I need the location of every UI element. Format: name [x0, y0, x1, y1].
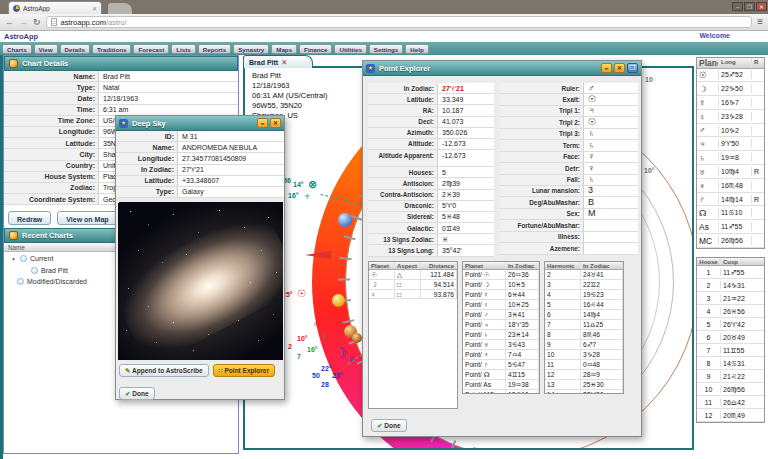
planet-marker[interactable] — [332, 294, 345, 307]
chart-node-icon — [17, 278, 24, 285]
distance-value: 94.514 — [421, 280, 457, 289]
planet-marker[interactable] — [352, 333, 362, 343]
welcome-link[interactable]: Welcome — [699, 32, 730, 39]
window-close-button[interactable]: ✕ — [756, 2, 767, 11]
detail-label: Date: — [4, 93, 99, 103]
menu-item[interactable]: Details — [60, 44, 90, 54]
menu-item[interactable]: Utilities — [334, 44, 366, 54]
window-maximize-button[interactable]: ❐ — [744, 2, 755, 11]
table-row: ☉ 25♐52 — [697, 69, 764, 83]
detail-value: 10.187 — [438, 105, 494, 115]
table-row: 9 21♌22 — [697, 370, 764, 383]
col-in-zodiac: In Zodiac — [581, 262, 623, 269]
done-button[interactable]: ✔ Done — [371, 419, 407, 432]
view-on-map-button[interactable]: View on Map — [57, 211, 117, 225]
window-minimize-button[interactable]: – — [732, 2, 743, 11]
detail-value: ♄ — [584, 140, 638, 150]
dialog-minimize-button[interactable]: – — [601, 63, 612, 73]
redraw-button[interactable]: Redraw — [8, 211, 51, 225]
url-bar[interactable]: astroapp.com/astro/ — [46, 16, 753, 28]
menu-item[interactable]: Reports — [198, 44, 231, 54]
aspect-table-header: Planet Aspect Distance — [369, 262, 457, 270]
chart-info-line: 96W55, 35N20 — [252, 101, 327, 111]
browser-tab[interactable]: AstroApp ✕ — [8, 1, 102, 14]
dialog-minimize-button[interactable]: – — [257, 118, 268, 128]
dialog-close-button[interactable]: ✕ — [614, 63, 625, 73]
zodiac-position: 19♋23 — [581, 290, 623, 299]
deep-sky-buttons: ✎ Append to AstroScribe ∷ Point Explorer — [119, 364, 275, 377]
midpoint-rows: Point/ ☉ 26♒36 Point/ ☽ 10♓5 Point/ ☿ 6♓… — [463, 270, 539, 394]
menu-item[interactable]: Forecast — [133, 44, 169, 54]
detail-value: 33.349 — [438, 94, 494, 104]
zodiac-position: 3♋43 — [506, 340, 539, 349]
new-tab-button[interactable] — [108, 3, 132, 14]
detail-value: 350.026 — [438, 128, 494, 138]
zodiac-position: 22♈50 — [581, 390, 623, 394]
tab-close-icon[interactable]: ✕ — [92, 5, 97, 12]
detail-value: ♄ — [584, 129, 638, 139]
browser-menu-icon[interactable]: ≡ — [757, 17, 763, 27]
done-button[interactable]: ✔ Done — [119, 387, 155, 400]
planet-glyph: ♇ — [697, 194, 719, 204]
menu-item[interactable]: Charts — [2, 44, 32, 54]
chart-details-header[interactable]: Chart Details — [4, 56, 238, 71]
dialog-close-button[interactable]: ✕ — [270, 118, 281, 128]
back-button[interactable]: ← — [5, 18, 14, 27]
point-explorer-titlebar[interactable]: ★ Point Explorer – ✕ ❐ — [363, 61, 641, 76]
menu-item[interactable]: Traditions — [92, 44, 132, 54]
planet-marker[interactable] — [338, 213, 352, 227]
detail-label: Illness: — [500, 232, 584, 242]
zodiac-position: 12♋10 — [506, 390, 539, 394]
detail-row: Ruler: ♂ — [500, 83, 638, 94]
detail-row: Altitude: -12.673 — [368, 139, 494, 150]
harmonic-number: 7 — [545, 320, 581, 329]
table-row: Point/ As 19♒38 — [463, 380, 539, 390]
table-row: 4 19♋23 — [545, 290, 623, 300]
planet-positions-panel: Planet Long R ☉ 25♐52 ☽ 22♑50 ☿ 16 — [696, 57, 765, 249]
menu-item[interactable]: Lists — [171, 44, 195, 54]
retrograde-flag — [752, 143, 762, 144]
detail-value: 27.34577081450809 — [178, 153, 284, 163]
table-row: 7 11♊55 — [697, 344, 764, 357]
chart-node-icon — [20, 255, 27, 262]
menu-item[interactable]: Finance — [299, 44, 332, 54]
detail-label: Longitude: — [116, 153, 178, 163]
point-explorer-button[interactable]: ∷ Point Explorer — [213, 364, 275, 377]
table-row: ☊ 11♋10 — [697, 206, 764, 220]
detail-label: Type: — [4, 82, 99, 92]
chart-tab[interactable]: Brad Pitt ✕ — [243, 55, 313, 68]
detail-value: -12.673 — [438, 139, 494, 149]
collapse-arrow-icon[interactable]: ▼ — [10, 256, 17, 262]
zodiac-position: 16♏48 — [719, 181, 752, 190]
dialog-restore-button[interactable]: ❐ — [627, 63, 638, 73]
aspect-glyph: □ — [395, 280, 421, 289]
screen: AstroApp ✕ – ❐ ✕ ← → ↻ astroapp.com/astr… — [0, 0, 768, 459]
detail-label: Time: — [4, 105, 99, 115]
zodiac-position: 16♑7 — [719, 98, 752, 107]
table-row: Point/ ☊ 4♊15 — [463, 370, 539, 380]
wheel-glyph-label: ♆ — [303, 190, 311, 202]
col-planet: Planet — [369, 262, 395, 269]
chart-tab-close-icon[interactable]: ✕ — [281, 58, 287, 67]
detail-label: Latitude: — [368, 94, 438, 104]
deep-sky-titlebar[interactable]: ★ Deep Sky – ✕ — [116, 116, 284, 131]
detail-value: 3 — [584, 186, 638, 196]
reload-button[interactable]: ↻ — [33, 18, 41, 27]
menu-item[interactable]: Maps — [271, 44, 297, 54]
menu-item[interactable]: Help — [405, 44, 428, 54]
detail-row: 13 Signs Zodiac: ♓ — [368, 234, 494, 245]
zodiac-position: 19♒38 — [506, 380, 539, 389]
detail-label: Lunar mansion: — [500, 186, 584, 196]
wheel-glyph-label: 16° — [307, 346, 318, 353]
menu-item[interactable]: Synastry — [233, 44, 269, 54]
deep-sky-done-row: ✔ Done — [119, 382, 155, 400]
append-to-astroscribe-button[interactable]: ✎ Append to AstroScribe — [119, 364, 209, 377]
table-row: Point/ ♅ 3♋43 — [463, 340, 539, 350]
table-row: ☉ △ 121.484 — [369, 270, 457, 280]
point-explorer-dialog: ★ Point Explorer – ✕ ❐ In Zodiac: 27♈21 … — [362, 60, 642, 437]
zodiac-position: 20♉49 — [721, 333, 763, 342]
menu-item[interactable]: View — [34, 44, 58, 54]
detail-value: M 31 — [178, 131, 284, 141]
menu-item[interactable]: Settings — [369, 44, 403, 54]
forward-button[interactable]: → — [19, 18, 28, 27]
